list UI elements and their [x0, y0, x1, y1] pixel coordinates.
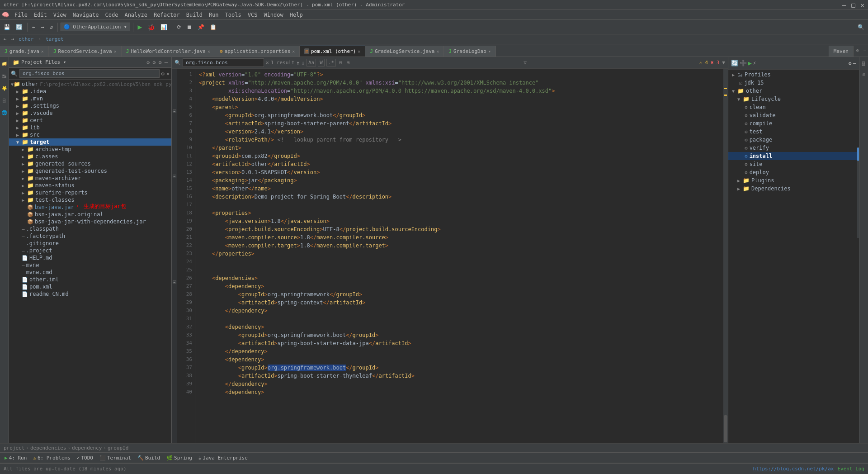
- tree-item-target[interactable]: ▼ 📁 target: [9, 138, 171, 146]
- editor-search-input[interactable]: [183, 58, 264, 67]
- nav-forward[interactable]: →: [9, 35, 16, 43]
- tab-dropdown-gld[interactable]: ▾: [488, 49, 491, 54]
- maven-plugins-item[interactable]: ▶ 📁 Plugins: [728, 176, 859, 185]
- close-button[interactable]: ✕: [861, 1, 864, 9]
- maven-clean-item[interactable]: ⚙ clean: [728, 103, 859, 111]
- tree-item-surefire[interactable]: ▶ 📁 surefire-reports: [9, 189, 171, 196]
- tree-item-other-iml[interactable]: 📄 other.iml: [9, 276, 171, 283]
- tree-item-maven-status[interactable]: ▶ 📁 maven-status: [9, 182, 171, 189]
- tree-item-maven-archiver[interactable]: ▶ 📁 maven-archiver: [9, 175, 171, 182]
- tab-close-record[interactable]: ✕: [114, 49, 117, 54]
- maven-test-item[interactable]: ⚙ test: [728, 128, 859, 136]
- search-close-icon[interactable]: ✕: [166, 71, 170, 77]
- maven-settings-btn[interactable]: ⚙: [849, 60, 852, 66]
- whole-word-btn[interactable]: W: [318, 59, 325, 66]
- tab-close-props[interactable]: ✕: [292, 49, 295, 54]
- tree-item-mvnw-cmd[interactable]: — mvnw.cmd: [9, 269, 171, 276]
- tree-item-pom-xml[interactable]: 📄 pom.xml: [9, 283, 171, 290]
- maven-lifecycle-item[interactable]: ▼ 📁 Lifecycle: [728, 95, 859, 103]
- menu-run[interactable]: Run: [206, 11, 222, 19]
- tab-hello-world[interactable]: J HelloWorldController.java ✕: [122, 46, 215, 57]
- project-icon[interactable]: 📁: [1, 59, 8, 70]
- bottom-tab-problems[interactable]: ⚠ 6: Problems: [30, 454, 73, 462]
- search-in-sel-btn[interactable]: ⊟: [338, 59, 344, 66]
- project-gear-icon[interactable]: ⚙: [159, 59, 162, 66]
- toolbar-more4[interactable]: 📋: [208, 23, 218, 31]
- project-config-icon[interactable]: ⚙: [152, 59, 156, 66]
- tree-item-factorypath[interactable]: — .factorypath: [9, 232, 171, 240]
- menu-file[interactable]: File: [12, 11, 30, 19]
- tree-item-root[interactable]: ▼ 📁 other F:\project\AI\axc.px82.com\Loo…: [9, 81, 171, 88]
- menu-analyze[interactable]: Analyze: [122, 11, 150, 19]
- project-sync-icon[interactable]: ⚙: [146, 59, 150, 66]
- tab-app-props[interactable]: ⚙ application.properties ✕: [215, 46, 300, 57]
- tree-item-readme[interactable]: 📄 readme_CN.md: [9, 290, 171, 298]
- search-prev-btn[interactable]: ↑: [297, 60, 300, 66]
- bottom-tab-spring[interactable]: 🌿 Spring: [164, 454, 195, 462]
- tree-item-archive-tmp[interactable]: ▶ 📁 archive-tmp: [9, 146, 171, 153]
- maven-other-item[interactable]: ▼ 📁 other: [728, 87, 859, 95]
- menu-navigate[interactable]: Navigate: [70, 11, 102, 19]
- tree-item-classpath[interactable]: — .classpath: [9, 225, 171, 232]
- breadcrumb-dependency[interactable]: dependency: [72, 445, 102, 451]
- toolbar-back[interactable]: ←: [30, 23, 37, 31]
- tree-item-classes[interactable]: ▶ 📁 classes: [9, 153, 171, 160]
- maven-verify-item[interactable]: ⚙ verify: [728, 144, 859, 152]
- breadcrumb-project[interactable]: project: [4, 445, 24, 451]
- tab-settings-icon[interactable]: ⚙: [854, 48, 862, 53]
- toolbar-sync[interactable]: 🔄: [14, 23, 24, 31]
- toolbar-search[interactable]: 🔍: [856, 23, 866, 31]
- debug-button[interactable]: 🐞: [146, 23, 157, 32]
- toolbar-more3[interactable]: 📌: [196, 23, 206, 31]
- breadcrumb-dependencies[interactable]: dependencies: [30, 445, 66, 451]
- project-search-input[interactable]: [19, 69, 160, 78]
- tree-item-cert[interactable]: ▶ 📁 cert: [9, 117, 171, 124]
- maven-tab[interactable]: Maven: [829, 46, 854, 57]
- tree-item-gen-src[interactable]: ▶ 📁 generated-sources: [9, 160, 171, 167]
- bottom-tab-terminal[interactable]: ⬛ Terminal: [97, 454, 134, 462]
- project-dropdown[interactable]: 🔵 OtherApplication ▾: [61, 23, 130, 31]
- menu-refactor[interactable]: Refactor: [151, 11, 183, 19]
- toolbar-more2[interactable]: ⏹: [185, 23, 194, 31]
- database-icon[interactable]: 🗄: [860, 59, 868, 69]
- maven-run-btn[interactable]: ▶: [748, 60, 752, 66]
- minimize-button[interactable]: —: [842, 1, 846, 9]
- regex-btn[interactable]: .*: [326, 59, 336, 66]
- maven-compile-item[interactable]: ⚙ compile: [728, 119, 859, 128]
- menu-tools[interactable]: Tools: [222, 11, 244, 19]
- tree-item-mvn[interactable]: ▶ 📁 .mvn: [9, 95, 171, 102]
- menu-edit[interactable]: Edit: [31, 11, 50, 19]
- tab-close-grade[interactable]: ✕: [41, 49, 44, 54]
- maven-skip-tests-btn[interactable]: ⚡: [753, 60, 756, 66]
- tree-item-test-classes[interactable]: ▶ 📁 test-classes: [9, 196, 171, 204]
- maven-deploy-item[interactable]: ⚙ deploy: [728, 168, 859, 176]
- tree-item-lib[interactable]: ▶ 📁 lib: [9, 124, 171, 131]
- maximize-button[interactable]: □: [851, 1, 855, 9]
- search-close-btn[interactable]: ✕: [266, 60, 269, 66]
- tree-item-gitignore[interactable]: — .gitignore: [9, 240, 171, 247]
- bottom-tab-build[interactable]: 🔨 Build: [135, 454, 163, 462]
- tab-hide-icon[interactable]: —: [862, 48, 868, 53]
- toolbar-more1[interactable]: ⟳: [175, 23, 183, 31]
- toolbar-forward[interactable]: →: [39, 23, 46, 31]
- nav-back[interactable]: ←: [2, 35, 9, 43]
- maven-refresh-btn[interactable]: 🔄: [731, 60, 738, 66]
- search-next-btn[interactable]: ↓: [302, 60, 305, 66]
- web-icon[interactable]: 🌐: [1, 108, 8, 118]
- tree-item-bsn-jar[interactable]: 📦 bsn-java.jar ← 生成的目标jar包: [9, 204, 171, 211]
- scroll-indicator-bar[interactable]: [723, 69, 728, 443]
- menu-window[interactable]: Window: [261, 11, 286, 19]
- maven-package-item[interactable]: ⚙ package: [728, 136, 859, 144]
- maven-dependencies-item[interactable]: ▶ 📁 Dependencies: [728, 185, 859, 193]
- tab-record-service[interactable]: J RecordService.java ✕: [49, 46, 122, 57]
- search-settings-icon[interactable]: ⚙: [161, 71, 165, 77]
- maven-add-btn[interactable]: ➕: [740, 60, 747, 66]
- scroll-thumb[interactable]: [724, 415, 727, 442]
- persistence-icon[interactable]: 🗄: [1, 96, 8, 106]
- breadcrumb-groupid[interactable]: groupId: [108, 445, 128, 451]
- menu-help[interactable]: Help: [287, 11, 306, 19]
- maven-hide-btn[interactable]: —: [853, 60, 856, 66]
- tab-grade-log-service[interactable]: J GradeLogService.java ✕: [365, 46, 444, 57]
- maven-side-icon[interactable]: m: [860, 71, 867, 79]
- toolbar-save[interactable]: 💾: [2, 23, 12, 31]
